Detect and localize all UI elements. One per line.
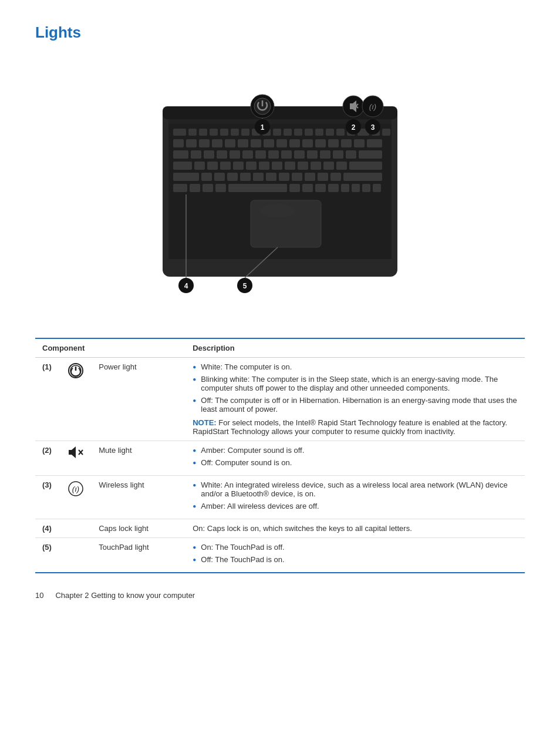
svg-rect-14 — [284, 129, 292, 136]
svg-rect-86 — [228, 184, 287, 192]
svg-rect-72 — [227, 173, 238, 181]
svg-rect-62 — [272, 162, 282, 170]
wireless-icon: (ı) — [59, 476, 92, 519]
svg-rect-77 — [292, 173, 302, 181]
svg-point-103 — [362, 96, 383, 117]
svg-rect-76 — [279, 173, 289, 181]
svg-point-97 — [251, 95, 274, 118]
page-title: Lights — [35, 23, 525, 42]
svg-rect-46 — [255, 150, 266, 159]
bullet-item: Amber: All wireless devices are off. — [193, 502, 518, 510]
svg-rect-3 — [168, 124, 392, 259]
svg-text:3: 3 — [371, 123, 375, 132]
bullet-item: Off: The computer is off or in Hibernati… — [193, 396, 518, 414]
bullet-item: White: An integrated wireless device, su… — [193, 480, 518, 498]
bullet-item: Blinking white: The computer is in the S… — [193, 375, 518, 392]
svg-line-101 — [354, 104, 358, 108]
component-name: Power light — [92, 358, 185, 441]
no-icon — [59, 519, 92, 538]
svg-rect-83 — [190, 184, 200, 192]
svg-rect-70 — [201, 173, 212, 181]
component-description: On: The TouchPad is off.Off: The TouchPa… — [185, 538, 525, 573]
svg-rect-64 — [298, 162, 308, 170]
svg-rect-39 — [367, 139, 382, 147]
svg-rect-25 — [186, 139, 197, 147]
component-name: Caps lock light — [92, 519, 185, 538]
svg-rect-69 — [173, 173, 199, 181]
col-header-component: Component — [35, 338, 92, 358]
col-header-component-name — [92, 338, 185, 358]
svg-text:1: 1 — [261, 123, 265, 132]
svg-rect-67 — [336, 162, 347, 170]
svg-rect-40 — [173, 150, 188, 159]
svg-point-111 — [178, 278, 194, 293]
row-num: (1) — [35, 358, 59, 441]
component-name: Mute light — [92, 441, 185, 476]
svg-rect-49 — [294, 150, 305, 159]
component-name: Wireless light — [92, 476, 185, 519]
svg-text:2: 2 — [352, 123, 356, 132]
svg-rect-19 — [336, 129, 345, 136]
diagram-section: (ı) 1 2 3 4 5 — [35, 53, 525, 324]
svg-rect-26 — [199, 139, 210, 147]
svg-marker-122 — [69, 446, 76, 458]
svg-rect-68 — [349, 162, 382, 170]
svg-rect-9 — [231, 129, 239, 136]
col-header-description: Description — [185, 338, 525, 358]
svg-rect-73 — [240, 173, 251, 181]
table-row: (3) (ı) Wireless lightWhite: An integrat… — [35, 476, 525, 519]
svg-rect-33 — [289, 139, 300, 147]
row-num: (2) — [35, 441, 59, 476]
svg-rect-75 — [266, 173, 276, 181]
svg-rect-50 — [307, 150, 318, 159]
svg-rect-71 — [214, 173, 225, 181]
svg-rect-20 — [347, 129, 355, 136]
component-table: Component Description (1) Power lightWhi… — [35, 338, 525, 573]
component-name: TouchPad light — [92, 538, 185, 573]
page-number: 10 — [35, 591, 43, 600]
svg-rect-48 — [281, 150, 292, 159]
svg-rect-17 — [315, 129, 323, 136]
svg-rect-43 — [217, 150, 227, 159]
component-description: Amber: Computer sound is off.Off: Comput… — [185, 441, 525, 476]
svg-rect-51 — [320, 150, 330, 159]
svg-rect-16 — [305, 129, 313, 136]
svg-rect-94 — [373, 184, 381, 192]
svg-rect-29 — [238, 139, 248, 147]
svg-rect-90 — [328, 184, 339, 192]
svg-text:(ı): (ı) — [369, 102, 376, 111]
svg-rect-56 — [194, 162, 205, 170]
svg-text:4: 4 — [184, 282, 188, 290]
svg-rect-15 — [294, 129, 302, 136]
page-footer: 10 Chapter 2 Getting to know your comput… — [35, 591, 525, 600]
svg-rect-27 — [212, 139, 222, 147]
svg-rect-34 — [302, 139, 313, 147]
svg-rect-95 — [251, 200, 321, 247]
table-row: (1) Power lightWhite: The computer is on… — [35, 358, 525, 441]
svg-rect-82 — [173, 184, 187, 192]
svg-rect-42 — [204, 150, 214, 159]
row-num: (5) — [35, 538, 59, 573]
svg-rect-0 — [163, 106, 397, 277]
table-row: (5)TouchPad lightOn: The TouchPad is off… — [35, 538, 525, 573]
svg-rect-47 — [268, 150, 279, 159]
svg-rect-4 — [173, 129, 186, 136]
svg-rect-81 — [343, 173, 382, 181]
component-description: On: Caps lock is on, which switches the … — [185, 519, 525, 538]
svg-text:(ı): (ı) — [72, 485, 79, 493]
svg-rect-8 — [220, 129, 228, 136]
svg-rect-61 — [259, 162, 269, 170]
svg-rect-78 — [305, 173, 315, 181]
svg-rect-87 — [289, 184, 300, 192]
svg-rect-12 — [262, 129, 271, 136]
svg-rect-44 — [230, 150, 240, 159]
svg-rect-55 — [173, 162, 192, 170]
row-num: (4) — [35, 519, 59, 538]
svg-rect-58 — [220, 162, 231, 170]
chapter-label: Chapter 2 Getting to know your computer — [55, 591, 195, 600]
component-description: White: The computer is on.Blinking white… — [185, 358, 525, 441]
svg-rect-59 — [233, 162, 244, 170]
svg-rect-22 — [372, 129, 380, 136]
mute-icon — [59, 441, 92, 476]
svg-rect-60 — [246, 162, 257, 170]
